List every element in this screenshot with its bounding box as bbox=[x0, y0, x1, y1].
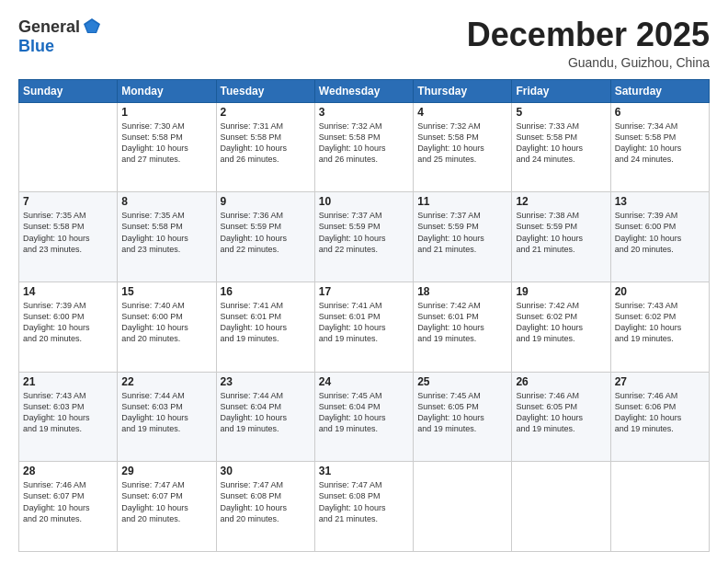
calendar-cell: 14Sunrise: 7:39 AM Sunset: 6:00 PM Dayli… bbox=[19, 282, 118, 372]
calendar-cell: 23Sunrise: 7:44 AM Sunset: 6:04 PM Dayli… bbox=[216, 372, 314, 462]
week-row-3: 14Sunrise: 7:39 AM Sunset: 6:00 PM Dayli… bbox=[19, 282, 710, 372]
day-number: 22 bbox=[121, 375, 211, 388]
day-number: 11 bbox=[417, 195, 507, 208]
day-number: 28 bbox=[23, 465, 113, 477]
day-number: 12 bbox=[516, 195, 606, 208]
calendar-cell: 16Sunrise: 7:41 AM Sunset: 6:01 PM Dayli… bbox=[216, 282, 314, 372]
cell-info: Sunrise: 7:43 AM Sunset: 6:02 PM Dayligh… bbox=[615, 300, 705, 345]
cell-info: Sunrise: 7:36 AM Sunset: 5:59 PM Dayligh… bbox=[221, 210, 311, 255]
cell-info: Sunrise: 7:31 AM Sunset: 5:58 PM Dayligh… bbox=[221, 121, 311, 166]
calendar-cell: 2Sunrise: 7:31 AM Sunset: 5:58 PM Daylig… bbox=[216, 102, 314, 192]
day-number: 5 bbox=[516, 106, 606, 119]
day-number: 23 bbox=[221, 375, 311, 388]
week-row-2: 7Sunrise: 7:35 AM Sunset: 5:58 PM Daylig… bbox=[19, 192, 710, 282]
cell-info: Sunrise: 7:46 AM Sunset: 6:07 PM Dayligh… bbox=[23, 479, 113, 524]
day-number: 20 bbox=[615, 285, 705, 298]
day-number: 16 bbox=[221, 285, 311, 298]
calendar-cell: 4Sunrise: 7:32 AM Sunset: 5:58 PM Daylig… bbox=[414, 102, 512, 192]
calendar-cell bbox=[610, 462, 709, 552]
cell-info: Sunrise: 7:35 AM Sunset: 5:58 PM Dayligh… bbox=[121, 210, 211, 255]
day-number: 15 bbox=[121, 285, 211, 298]
day-number: 19 bbox=[516, 285, 606, 298]
cell-info: Sunrise: 7:41 AM Sunset: 6:01 PM Dayligh… bbox=[221, 300, 311, 345]
cell-info: Sunrise: 7:35 AM Sunset: 5:58 PM Dayligh… bbox=[23, 210, 113, 255]
month-title: December 2025 bbox=[467, 17, 710, 53]
cell-info: Sunrise: 7:41 AM Sunset: 6:01 PM Dayligh… bbox=[319, 300, 409, 345]
calendar-cell: 26Sunrise: 7:46 AM Sunset: 6:05 PM Dayli… bbox=[512, 372, 610, 462]
day-number: 21 bbox=[23, 375, 113, 388]
cell-info: Sunrise: 7:37 AM Sunset: 5:59 PM Dayligh… bbox=[319, 210, 409, 255]
calendar-cell: 3Sunrise: 7:32 AM Sunset: 5:58 PM Daylig… bbox=[314, 102, 413, 192]
cell-info: Sunrise: 7:32 AM Sunset: 5:58 PM Dayligh… bbox=[417, 121, 507, 166]
cell-info: Sunrise: 7:38 AM Sunset: 5:59 PM Dayligh… bbox=[516, 210, 606, 255]
day-number: 13 bbox=[615, 195, 705, 208]
day-number: 17 bbox=[319, 285, 409, 298]
day-header-saturday: Saturday bbox=[610, 79, 709, 102]
calendar-cell: 22Sunrise: 7:44 AM Sunset: 6:03 PM Dayli… bbox=[118, 372, 216, 462]
cell-info: Sunrise: 7:40 AM Sunset: 6:00 PM Dayligh… bbox=[121, 300, 211, 345]
calendar-cell: 13Sunrise: 7:39 AM Sunset: 6:00 PM Dayli… bbox=[610, 192, 709, 282]
calendar-cell: 1Sunrise: 7:30 AM Sunset: 5:58 PM Daylig… bbox=[118, 102, 216, 192]
day-number: 8 bbox=[121, 195, 211, 208]
calendar-cell: 19Sunrise: 7:42 AM Sunset: 6:02 PM Dayli… bbox=[512, 282, 610, 372]
day-number: 9 bbox=[221, 195, 311, 208]
day-number: 25 bbox=[417, 375, 507, 388]
calendar-header-row: SundayMondayTuesdayWednesdayThursdayFrid… bbox=[19, 79, 710, 102]
day-number: 4 bbox=[417, 106, 507, 119]
day-header-friday: Friday bbox=[512, 79, 610, 102]
cell-info: Sunrise: 7:45 AM Sunset: 6:04 PM Dayligh… bbox=[319, 390, 409, 435]
day-header-monday: Monday bbox=[118, 79, 216, 102]
day-number: 10 bbox=[319, 195, 409, 208]
cell-info: Sunrise: 7:30 AM Sunset: 5:58 PM Dayligh… bbox=[121, 121, 211, 166]
day-header-tuesday: Tuesday bbox=[216, 79, 314, 102]
day-number: 2 bbox=[221, 106, 311, 119]
calendar-cell: 29Sunrise: 7:47 AM Sunset: 6:07 PM Dayli… bbox=[118, 462, 216, 552]
day-number: 18 bbox=[417, 285, 507, 298]
week-row-1: 1Sunrise: 7:30 AM Sunset: 5:58 PM Daylig… bbox=[19, 102, 710, 192]
calendar-page: General Blue December 2025 Guandu, Guizh… bbox=[0, 0, 728, 563]
day-number: 31 bbox=[319, 465, 409, 477]
day-header-thursday: Thursday bbox=[414, 79, 512, 102]
calendar-cell: 27Sunrise: 7:46 AM Sunset: 6:06 PM Dayli… bbox=[610, 372, 709, 462]
day-number: 24 bbox=[319, 375, 409, 388]
calendar-cell: 12Sunrise: 7:38 AM Sunset: 5:59 PM Dayli… bbox=[512, 192, 610, 282]
day-number: 29 bbox=[121, 465, 211, 477]
cell-info: Sunrise: 7:32 AM Sunset: 5:58 PM Dayligh… bbox=[319, 121, 409, 166]
day-number: 30 bbox=[221, 465, 311, 477]
header: General Blue December 2025 Guandu, Guizh… bbox=[18, 17, 710, 70]
week-row-5: 28Sunrise: 7:46 AM Sunset: 6:07 PM Dayli… bbox=[19, 462, 710, 552]
logo-blue: Blue bbox=[18, 37, 54, 55]
cell-info: Sunrise: 7:46 AM Sunset: 6:05 PM Dayligh… bbox=[516, 390, 606, 435]
cell-info: Sunrise: 7:44 AM Sunset: 6:03 PM Dayligh… bbox=[121, 390, 211, 435]
cell-info: Sunrise: 7:37 AM Sunset: 5:59 PM Dayligh… bbox=[417, 210, 507, 255]
calendar-cell: 20Sunrise: 7:43 AM Sunset: 6:02 PM Dayli… bbox=[610, 282, 709, 372]
calendar-cell bbox=[19, 102, 118, 192]
day-number: 3 bbox=[319, 106, 409, 119]
day-number: 26 bbox=[516, 375, 606, 388]
cell-info: Sunrise: 7:39 AM Sunset: 6:00 PM Dayligh… bbox=[615, 210, 705, 255]
calendar-cell: 6Sunrise: 7:34 AM Sunset: 5:58 PM Daylig… bbox=[610, 102, 709, 192]
day-header-sunday: Sunday bbox=[19, 79, 118, 102]
calendar-table: SundayMondayTuesdayWednesdayThursdayFrid… bbox=[18, 79, 710, 552]
calendar-cell: 24Sunrise: 7:45 AM Sunset: 6:04 PM Dayli… bbox=[314, 372, 413, 462]
calendar-cell: 10Sunrise: 7:37 AM Sunset: 5:59 PM Dayli… bbox=[314, 192, 413, 282]
calendar-cell: 17Sunrise: 7:41 AM Sunset: 6:01 PM Dayli… bbox=[314, 282, 413, 372]
title-block: December 2025 Guandu, Guizhou, China bbox=[467, 17, 710, 70]
calendar-cell: 11Sunrise: 7:37 AM Sunset: 5:59 PM Dayli… bbox=[414, 192, 512, 282]
calendar-cell: 9Sunrise: 7:36 AM Sunset: 5:59 PM Daylig… bbox=[216, 192, 314, 282]
day-number: 14 bbox=[23, 285, 113, 298]
cell-info: Sunrise: 7:47 AM Sunset: 6:08 PM Dayligh… bbox=[221, 479, 311, 524]
cell-info: Sunrise: 7:44 AM Sunset: 6:04 PM Dayligh… bbox=[221, 390, 311, 435]
cell-info: Sunrise: 7:39 AM Sunset: 6:00 PM Dayligh… bbox=[23, 300, 113, 345]
calendar-cell: 7Sunrise: 7:35 AM Sunset: 5:58 PM Daylig… bbox=[19, 192, 118, 282]
calendar-cell: 15Sunrise: 7:40 AM Sunset: 6:00 PM Dayli… bbox=[118, 282, 216, 372]
day-number: 7 bbox=[23, 195, 113, 208]
cell-info: Sunrise: 7:42 AM Sunset: 6:02 PM Dayligh… bbox=[516, 300, 606, 345]
cell-info: Sunrise: 7:45 AM Sunset: 6:05 PM Dayligh… bbox=[417, 390, 507, 435]
day-number: 6 bbox=[615, 106, 705, 119]
cell-info: Sunrise: 7:47 AM Sunset: 6:08 PM Dayligh… bbox=[319, 479, 409, 524]
calendar-cell: 25Sunrise: 7:45 AM Sunset: 6:05 PM Dayli… bbox=[414, 372, 512, 462]
calendar-cell bbox=[512, 462, 610, 552]
logo-general: General bbox=[18, 17, 80, 37]
cell-info: Sunrise: 7:42 AM Sunset: 6:01 PM Dayligh… bbox=[417, 300, 507, 345]
